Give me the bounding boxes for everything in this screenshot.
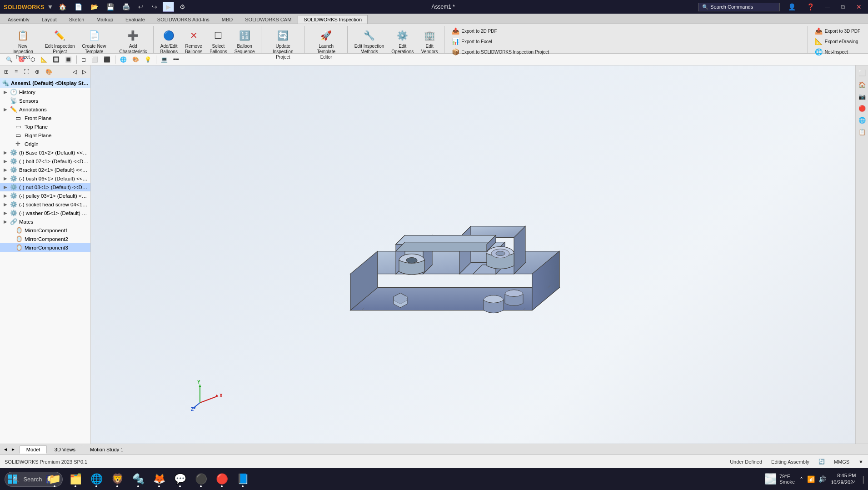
history-expand[interactable]: ▶ — [4, 90, 10, 95]
clock[interactable]: 8:45 PM 10/29/2024 — [831, 472, 856, 486]
tree-item-mirror1[interactable]: 🪞 MirrorComponent1 — [0, 226, 90, 235]
taskbar-word[interactable]: 📘 — [234, 470, 252, 488]
tree-item-bracket[interactable]: ▶ ⚙️ Bracket 02<1> (Default) <<Defa — [0, 165, 90, 174]
app-menu-btn[interactable]: ▼ — [47, 3, 54, 10]
view-btn-7[interactable]: ◻ — [79, 55, 88, 64]
tab-markup[interactable]: Markup — [90, 15, 119, 24]
rp-btn-5[interactable]: 🌐 — [857, 115, 868, 125]
export-sw-btn[interactable]: 📦 Export to SOLIDWORKS Inspection Projec… — [448, 47, 552, 57]
update-inspection-btn[interactable]: 🔄 Update InspectionProject — [265, 26, 301, 62]
taskbar-app2[interactable]: 🔴 — [213, 470, 231, 488]
print-btn[interactable]: 🖨️ — [120, 2, 133, 11]
view-btn-13[interactable]: 💻 — [159, 55, 170, 64]
view-btn-8[interactable]: ⬜ — [89, 55, 100, 64]
view-btn-6[interactable]: 🔳 — [63, 55, 74, 64]
tray-wifi[interactable]: 📶 — [807, 475, 815, 483]
view-btn-10[interactable]: 🌐 — [118, 55, 129, 64]
nut-expand[interactable]: ▶ — [4, 185, 10, 190]
show-desktop[interactable]: | — [860, 475, 864, 484]
view-btn-2[interactable]: 🎯 — [16, 55, 27, 64]
taskbar-files[interactable]: 🗂️ — [66, 470, 85, 488]
save-btn[interactable]: 💾 — [104, 2, 117, 11]
home-btn[interactable]: 🏠 — [56, 2, 69, 11]
tree-item-front-plane[interactable]: ▭ Front Plane — [0, 114, 90, 122]
tree-item-top-plane[interactable]: ▭ Top Plane — [0, 122, 90, 131]
sidebar-tb-left[interactable]: ◁ — [70, 67, 79, 76]
sidebar-tb-grid[interactable]: ⊞ — [2, 67, 11, 76]
tree-item-mirror2[interactable]: 🪞 MirrorComponent2 — [0, 235, 90, 243]
undo-btn[interactable]: ↩ — [135, 2, 146, 11]
view-btn-11[interactable]: 🎨 — [130, 55, 141, 64]
rp-btn-6[interactable]: 📋 — [857, 126, 868, 137]
tree-item-mirror3[interactable]: 🪞 MirrorComponent3 — [0, 243, 90, 252]
restore-btn[interactable]: ⧉ — [838, 2, 848, 12]
settings-btn[interactable]: ⚙ — [177, 2, 188, 11]
tree-item-origin[interactable]: ✛ Origin — [0, 140, 90, 148]
sidebar-tb-right[interactable]: ▷ — [80, 67, 89, 76]
edit-operations-btn[interactable]: ⚙️ EditOperations — [388, 26, 417, 57]
tab-sw-cam[interactable]: SOLIDWORKS CAM — [239, 15, 297, 24]
bolt-expand[interactable]: ▶ — [4, 159, 10, 164]
user-btn[interactable]: 👤 — [785, 2, 798, 11]
command-search[interactable]: 🔍 Search Commands — [698, 3, 780, 11]
taskbar-teams[interactable]: 💬 — [171, 470, 189, 488]
socket-expand[interactable]: ▶ — [4, 202, 10, 207]
redo-btn[interactable]: ↪ — [149, 2, 160, 11]
export-2d-pdf-btn[interactable]: 📤 Export to 2D PDF — [448, 26, 552, 36]
taskbar-firefox[interactable]: 🦊 — [150, 470, 168, 488]
base-expand[interactable]: ▶ — [4, 150, 10, 155]
tree-item-socket[interactable]: ▶ ⚙️ (-) socket head screw 04<1> (De — [0, 200, 90, 209]
tab-next[interactable]: ► — [10, 446, 17, 452]
minimize-btn[interactable]: ─ — [823, 2, 833, 11]
tree-item-washer[interactable]: ▶ ⚙️ (-) washer 05<1> (Default) <<De — [0, 209, 90, 217]
export-3d-pdf-btn[interactable]: 📤 Export to 3D PDF — [812, 26, 863, 36]
taskbar-search[interactable]: 🔍 Search 🎑 — [25, 470, 43, 488]
tree-item-sensors[interactable]: 📡 Sensors — [0, 96, 90, 105]
mates-expand[interactable]: ▶ — [4, 219, 10, 224]
tab-motion-study[interactable]: Motion Study 1 — [83, 445, 130, 454]
tab-assembly[interactable]: Assembly — [2, 15, 35, 24]
tree-item-nut[interactable]: ▶ ⚙️ (-) nut 08<1> (Default) <<Defa — [0, 183, 90, 191]
tab-evaluate[interactable]: Evaluate — [120, 15, 151, 24]
rebuild-icon[interactable]: 🔄 — [818, 459, 825, 465]
viewport[interactable]: X Y Z — [91, 65, 855, 444]
close-btn[interactable]: ✕ — [853, 2, 864, 11]
edit-vendors-btn[interactable]: 🏢 EditVendors — [418, 26, 441, 57]
rp-btn-1[interactable]: ⬜ — [857, 67, 868, 78]
feature-tree-root[interactable]: 🔩 Assem1 (Default) <Display State-1> — [0, 78, 90, 88]
view-btn-3[interactable]: ⬡ — [28, 55, 37, 64]
tray-arrow[interactable]: ⌃ — [799, 476, 803, 482]
tab-layout[interactable]: Layout — [36, 15, 63, 24]
open-btn[interactable]: 📂 — [88, 2, 101, 11]
tree-item-annotations[interactable]: ▶ ✏️ Annotations — [0, 105, 90, 114]
select-balloons-btn[interactable]: ☐ SelectBalloons — [206, 26, 230, 57]
sidebar-tb-add[interactable]: ⊕ — [33, 67, 42, 76]
sidebar-tb-frame[interactable]: ⛶ — [21, 67, 31, 76]
add-edit-balloons-btn[interactable]: 🔵 Add/EditBalloons — [157, 26, 181, 57]
tree-item-base[interactable]: ▶ ⚙️ (f) Base 01<2> (Default) <<Defa — [0, 148, 90, 157]
tab-sketch[interactable]: Sketch — [63, 15, 90, 24]
tree-item-bolt[interactable]: ▶ ⚙️ (-) bolt 07<1> (Default) <<Defa — [0, 157, 90, 165]
bracket-expand[interactable]: ▶ — [4, 167, 10, 172]
taskbar-explorer[interactable]: 📁 — [45, 470, 64, 488]
annotations-expand[interactable]: ▶ — [4, 107, 10, 112]
rp-btn-3[interactable]: 📷 — [857, 91, 868, 102]
view-btn-9[interactable]: ⬛ — [101, 55, 113, 64]
bush-expand[interactable]: ▶ — [4, 176, 10, 181]
washer-expand[interactable]: ▶ — [4, 210, 10, 215]
tab-3dviews[interactable]: 3D Views — [48, 445, 82, 454]
pulley-expand[interactable]: ▶ — [4, 193, 10, 198]
view-btn-12[interactable]: 💡 — [142, 55, 154, 64]
rp-btn-2[interactable]: 🏠 — [857, 79, 868, 90]
view-btn-dots[interactable]: ••• — [171, 55, 181, 64]
export-excel-btn[interactable]: 📊 Export to Excel — [448, 36, 552, 46]
tab-mbd[interactable]: MBD — [216, 15, 239, 24]
export-edrawing-btn[interactable]: 📐 Export eDrawing — [812, 36, 863, 46]
view-btn-5[interactable]: 🔲 — [50, 55, 62, 64]
tab-sw-inspection[interactable]: SOLIDWORKS Inspection — [298, 15, 368, 24]
new-btn[interactable]: 📄 — [72, 2, 85, 11]
launch-template-btn[interactable]: 🚀 LaunchTemplate Editor — [308, 26, 344, 62]
rp-btn-4[interactable]: 🔴 — [857, 103, 868, 114]
sidebar-tb-list[interactable]: ≡ — [12, 67, 20, 76]
pointer-btn[interactable]: ▶ — [163, 2, 174, 12]
